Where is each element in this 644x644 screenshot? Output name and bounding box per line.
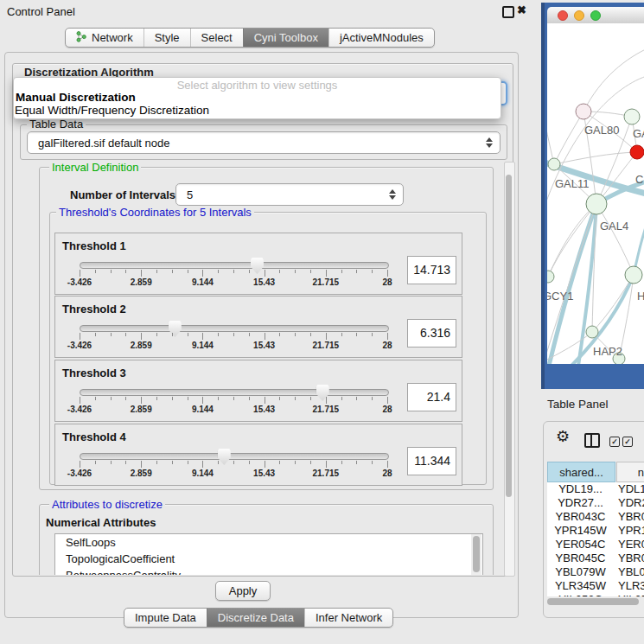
numerical-attributes-list[interactable]: SelfLoopsTopologicalCoefficientBetweenne… [54,533,483,575]
table-cell[interactable]: YDR27... [547,496,614,510]
table-data-combobox[interactable]: galFiltered.sif default node [27,131,501,154]
combo-arrows-icon [485,137,493,148]
slider-track[interactable] [80,389,389,396]
node-red-selected[interactable] [630,145,644,159]
threshold-value-field[interactable]: 11.344 [407,447,456,475]
settings-vertical-scrollbar[interactable] [504,162,515,577]
float-window-icon[interactable] [502,6,514,18]
list-item[interactable]: BetweennessCentrality [55,567,482,575]
scrollbar-thumb[interactable] [547,598,639,605]
number-of-intervals-combobox[interactable]: 5 [175,183,404,206]
node-h[interactable] [625,266,642,284]
gear-icon[interactable]: ⚙ [556,429,570,444]
slider-track[interactable] [80,453,389,460]
tick-mark [295,397,296,400]
table-cell[interactable]: YPR14 [615,524,644,538]
tick-mark [80,270,80,277]
table-cell[interactable]: YDR27 [615,496,644,510]
table-cell[interactable]: YBL07 [615,565,644,579]
table-cell[interactable]: YIL05 [615,593,644,596]
table-cell[interactable]: YPR145W [547,524,614,538]
scrollbar-thumb[interactable] [506,175,512,497]
node-ga[interactable] [624,109,640,124]
node-gcy1[interactable] [547,271,554,283]
tick-mark [95,397,96,400]
table-row[interactable]: YDL19...YDL19 [547,482,644,496]
columns-icon[interactable] [584,433,600,448]
table-cell[interactable]: YIL052C [547,593,614,596]
tick-label: 2.859 [131,405,152,414]
table-row[interactable]: YER054CYER05 [547,538,644,552]
slider-track[interactable] [80,325,389,332]
tick-mark [249,270,250,273]
threshold-value-field[interactable]: 6.316 [407,319,456,348]
minimize-traffic-light-icon[interactable] [574,10,584,21]
dropdown-placeholder: Select algorithm to view settings [14,79,501,92]
dropdown-option-equal-width[interactable]: Equal Width/Frequency Discretization [15,104,209,117]
node-hap2[interactable] [586,326,598,338]
node-gal11[interactable] [548,158,560,170]
tick-mark [372,461,373,464]
table-header: shared... name [547,462,644,482]
table-row[interactable]: YPR145WYPR14 [547,524,644,538]
dropdown-option-manual[interactable]: Manual Discretization [16,91,136,104]
tab-infer-network[interactable]: Infer Network [304,609,392,627]
table-cell[interactable]: YER054C [547,538,614,552]
close-traffic-light-icon[interactable] [558,10,568,21]
tick-label: 2.859 [131,277,152,287]
checkbox-icon[interactable]: ✓ [609,437,620,447]
node-gal80[interactable] [576,104,591,119]
tab-discretize-data[interactable]: Discretize Data [207,609,304,627]
apply-button[interactable]: Apply [215,581,271,601]
table-cell[interactable]: YLR345W [547,579,614,593]
tick-mark [387,461,388,468]
table-cell[interactable]: YLR34 [615,579,644,593]
threshold-value-field[interactable]: 14.713 [407,256,456,284]
checkbox-icon[interactable]: ✓ [622,437,633,447]
table-row[interactable]: YBL079WYBL07 [547,565,644,579]
network-window-titlebar[interactable] [547,7,644,24]
gene-table-body: YDL19...YDL19YDR27...YDR27YBR043CYBR04YP… [547,482,644,596]
tab-jactivemnodules[interactable]: jActiveMNodules [328,29,434,47]
table-cell[interactable]: YDL19 [615,482,644,496]
column-header-shared[interactable]: shared... [547,462,615,482]
column-header-name[interactable]: name [616,462,644,482]
table-cell[interactable]: YBL079W [547,565,614,579]
zoom-traffic-light-icon[interactable] [590,10,601,21]
table-row[interactable]: YDR27...YDR27 [547,496,644,510]
number-of-intervals-value: 5 [176,188,388,201]
table-row[interactable]: YLR345WYLR34 [547,579,644,593]
list-item[interactable]: SelfLoops [55,534,482,551]
table-cell[interactable]: YER05 [615,538,644,552]
tick-mark [125,270,126,273]
attributes-group-label: Attributes to discretize [49,499,165,510]
network-canvas[interactable]: GAL80 GA C GAL11 GAL4 GCY1 H HAP2 [547,23,644,364]
table-cell[interactable]: YBR04 [615,552,644,565]
tab-style[interactable]: Style [143,29,190,47]
table-row[interactable]: YBR043CYBR04 [547,510,644,524]
tab-select[interactable]: Select [190,29,243,47]
table-cell[interactable]: YBR045C [547,552,614,565]
table-cell[interactable]: YBR04 [615,510,644,524]
table-row[interactable]: YIL052CYIL05 [547,593,644,596]
table-cell[interactable]: YDL19... [547,482,614,496]
table-cell[interactable]: YBR043C [547,510,614,524]
tab-cyni-toolbox[interactable]: Cyni Toolbox [243,29,328,47]
table-row[interactable]: YBR045CYBR04 [547,552,644,565]
list-item[interactable]: TopologicalCoefficient [55,551,482,567]
node-label: GAL4 [600,220,628,233]
tick-mark [218,270,219,273]
node-gal4[interactable] [586,194,607,214]
tab-network[interactable]: Network [66,29,143,47]
tick-mark [202,270,203,277]
tick-mark [188,461,188,464]
tick-mark [326,461,327,468]
close-icon[interactable]: ✖ [517,3,526,16]
tab-impute-data[interactable]: Impute Data [124,609,207,627]
attributes-list-scrollbar[interactable] [471,534,481,575]
threshold-value-field[interactable]: 21.4 [407,383,456,411]
slider-track[interactable] [80,262,389,269]
table-horizontal-scrollbar[interactable] [547,597,644,606]
scrollbar-thumb[interactable] [473,536,480,572]
threshold-label: Threshold 4 [62,430,126,443]
